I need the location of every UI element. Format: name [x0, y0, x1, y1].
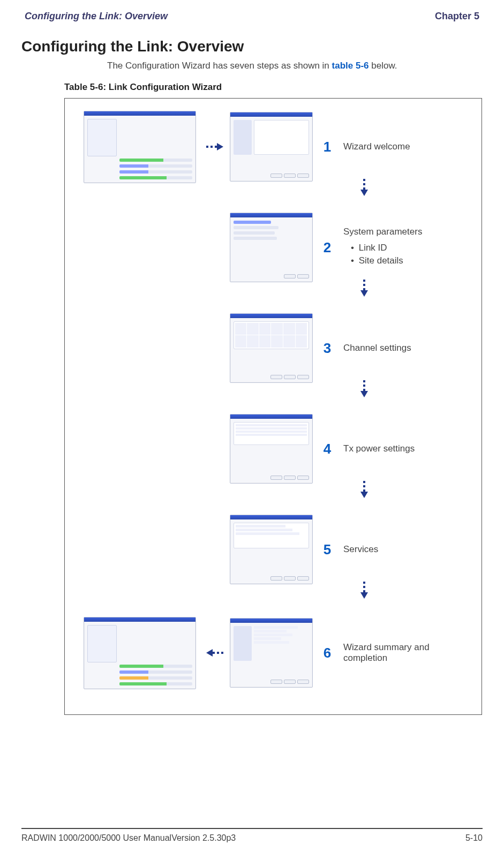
wizard-table: 1 Wizard welcome 2 [64, 98, 482, 715]
step-desc-5: Services [338, 544, 471, 555]
step-number-5: 5 [317, 541, 338, 558]
step2-title: System parameters [343, 227, 422, 237]
arrow-right-icon [206, 143, 223, 150]
step-desc-6: Wizard summary and completion [338, 642, 471, 664]
table-ref-link[interactable]: table 5-6 [332, 61, 369, 71]
wizard-row-4: 4 Tx power settings [76, 411, 471, 486]
wizard-row-1: 1 Wizard welcome [76, 109, 471, 184]
step-number-1: 1 [317, 139, 338, 155]
footer-right: 5-10 [465, 833, 483, 843]
step2-bullet-1: Link ID [351, 243, 471, 253]
step-desc-2: System parameters Link ID Site details [338, 227, 471, 268]
step2-bullet-2: Site details [351, 255, 471, 266]
page-footer: RADWIN 1000/2000/5000 User ManualVersion… [21, 828, 483, 843]
step-number-2: 2 [317, 239, 338, 256]
step-number-3: 3 [317, 340, 338, 357]
header-right: Chapter 5 [435, 11, 479, 22]
step-desc-1: Wizard welcome [338, 141, 471, 152]
intro-suffix: below. [369, 61, 397, 71]
screenshot-main-app-end [84, 617, 196, 689]
screenshot-main-app [84, 111, 196, 183]
step-desc-3: Channel settings [338, 343, 471, 353]
header-left: Configuring the Link: Overview [25, 11, 168, 22]
table-caption: Table 5-6: Link Configuration Wizard [64, 82, 483, 93]
intro-paragraph: The Configuration Wizard has seven steps… [107, 61, 483, 71]
screenshot-step-6 [230, 618, 313, 688]
arrow-left-icon [206, 649, 223, 657]
intro-prefix: The Configuration Wizard has seven steps… [107, 61, 332, 71]
screenshot-step-1 [230, 112, 313, 182]
wizard-row-5: 5 Services [76, 512, 471, 587]
section-title: Configuring the Link: Overview [21, 38, 483, 55]
screenshot-step-2 [230, 213, 313, 282]
running-header: Configuring the Link: Overview Chapter 5 [21, 11, 483, 22]
step2-bullets: Link ID Site details [343, 243, 471, 266]
step-desc-4: Tx power settings [338, 443, 471, 454]
wizard-row-2: 2 System parameters Link ID Site details [76, 210, 471, 285]
wizard-row-3: 3 Channel settings [76, 311, 471, 386]
footer-left: RADWIN 1000/2000/5000 User ManualVersion… [21, 833, 236, 843]
screenshot-step-3 [230, 313, 313, 383]
screenshot-step-4 [230, 414, 313, 484]
screenshot-step-5 [230, 515, 313, 584]
step-number-4: 4 [317, 441, 338, 457]
step-number-6: 6 [317, 645, 338, 661]
wizard-row-6: 6 Wizard summary and completion [76, 613, 471, 693]
